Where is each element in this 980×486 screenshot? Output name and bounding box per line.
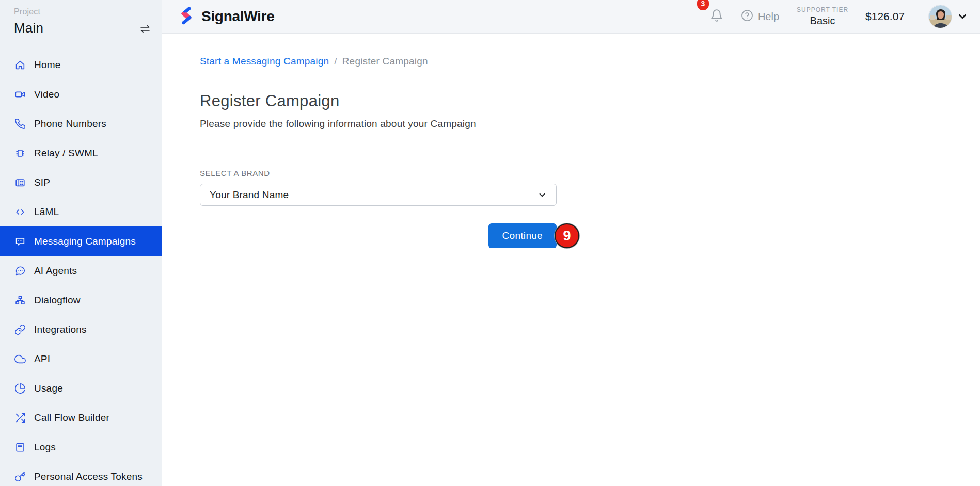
home-icon xyxy=(14,59,26,71)
sidebar-item-label: API xyxy=(34,353,50,365)
page-subtitle: Please provide the following information… xyxy=(200,118,980,129)
sidebar-item-video[interactable]: Video xyxy=(0,79,162,109)
project-label: Project xyxy=(14,7,43,17)
sidebar-item-logs[interactable]: Logs xyxy=(0,432,162,462)
sidebar-item-dialogflow[interactable]: Dialogflow xyxy=(0,285,162,315)
form-actions: Continue 9 xyxy=(200,223,557,248)
sidebar-item-laml[interactable]: LāML xyxy=(0,197,162,226)
account-balance[interactable]: $126.07 xyxy=(865,10,905,23)
support-tier: SUPPORT TIER Basic xyxy=(797,6,848,27)
support-tier-label: SUPPORT TIER xyxy=(797,6,848,13)
chat-bubble-icon xyxy=(14,235,26,248)
sidebar-item-label: Relay / SWML xyxy=(34,148,98,159)
sidebar-item-ai-agents[interactable]: AI Agents xyxy=(0,256,162,285)
sidebar-item-call-flow-builder[interactable]: Call Flow Builder xyxy=(0,403,162,432)
breadcrumb-separator: / xyxy=(334,56,337,67)
sidebar-item-home[interactable]: Home xyxy=(0,50,162,79)
phone-icon xyxy=(14,118,26,130)
sidebar-item-api[interactable]: API xyxy=(0,344,162,374)
help-circle-icon xyxy=(741,9,753,24)
sidebar-item-sip[interactable]: SIP xyxy=(0,168,162,197)
select-brand-label: SELECT A BRAND xyxy=(200,169,557,177)
sidebar-item-label: Usage xyxy=(34,383,63,394)
help-button[interactable]: Help xyxy=(741,9,779,24)
breadcrumb: Start a Messaging Campaign / Register Ca… xyxy=(200,56,980,67)
help-label: Help xyxy=(758,11,779,23)
breadcrumb-current: Register Campaign xyxy=(342,56,428,67)
cloud-icon xyxy=(14,353,26,365)
user-menu-chevron-icon[interactable] xyxy=(957,11,968,22)
sidebar-item-messaging-campaigns[interactable]: Messaging Campaigns xyxy=(0,226,162,256)
video-camera-icon xyxy=(14,88,26,101)
notifications-button[interactable]: 3 xyxy=(710,9,723,24)
sidebar-item-label: AI Agents xyxy=(34,265,77,277)
sidebar-item-phone-numbers[interactable]: Phone Numbers xyxy=(0,109,162,138)
chevron-down-icon xyxy=(538,190,547,200)
bell-icon xyxy=(710,15,723,24)
main-content: Start a Messaging Campaign / Register Ca… xyxy=(162,34,980,486)
page-title: Register Campaign xyxy=(200,92,980,110)
brand-logo: SignalWire xyxy=(178,6,274,27)
support-tier-value: Basic xyxy=(797,15,848,27)
code-icon xyxy=(14,206,26,218)
project-info: Project Main xyxy=(14,6,43,44)
sidebar-item-label: LāML xyxy=(34,206,59,218)
sidebar-item-label: Call Flow Builder xyxy=(34,412,109,424)
brand-name: SignalWire xyxy=(201,8,274,25)
top-bar: SignalWire 3 Help SUPPORT TIER Basic $12… xyxy=(162,0,980,34)
sidebar-item-label: Personal Access Tokens xyxy=(34,471,143,482)
register-campaign-form: SELECT A BRAND Your Brand Name Continue … xyxy=(200,169,557,248)
project-name: Main xyxy=(14,20,43,36)
sidebar-item-label: Messaging Campaigns xyxy=(34,236,136,247)
signalwire-mark-icon xyxy=(178,6,195,27)
pie-chart-icon xyxy=(14,382,26,395)
notification-count-badge: 3 xyxy=(697,0,709,10)
sidebar-item-label: Dialogflow xyxy=(34,295,81,306)
sidebar-item-integrations[interactable]: Integrations xyxy=(0,315,162,344)
fax-icon xyxy=(14,176,26,189)
brand-select[interactable]: Your Brand Name xyxy=(200,184,557,206)
sidebar: Project Main Home Video Phone Numb xyxy=(0,0,162,486)
chip-icon xyxy=(14,147,26,159)
sidebar-item-personal-access-tokens[interactable]: Personal Access Tokens xyxy=(0,462,162,486)
switch-project-icon[interactable] xyxy=(138,23,152,37)
topbar-right: 3 Help SUPPORT TIER Basic $126.07 xyxy=(710,5,968,28)
sidebar-item-label: Video xyxy=(34,89,59,100)
avatar[interactable] xyxy=(928,5,952,28)
ai-chat-icon xyxy=(14,265,26,277)
annotation-step-badge: 9 xyxy=(555,223,579,248)
book-icon xyxy=(14,441,26,453)
breadcrumb-link[interactable]: Start a Messaging Campaign xyxy=(200,56,329,67)
key-icon xyxy=(14,471,26,483)
link-icon xyxy=(14,323,26,336)
sidebar-item-usage[interactable]: Usage xyxy=(0,374,162,403)
sidebar-item-label: SIP xyxy=(34,177,50,188)
sidebar-nav: Home Video Phone Numbers Relay / SWML SI xyxy=(0,50,162,486)
sidebar-item-label: Phone Numbers xyxy=(34,118,106,129)
brand-select-value: Your Brand Name xyxy=(210,189,289,201)
sidebar-item-relay-swml[interactable]: Relay / SWML xyxy=(0,138,162,168)
sidebar-item-label: Home xyxy=(34,59,60,71)
shuffle-icon xyxy=(14,412,26,424)
project-switcher: Project Main xyxy=(0,0,162,50)
sidebar-item-label: Logs xyxy=(34,442,56,453)
sidebar-item-label: Integrations xyxy=(34,324,87,335)
continue-button[interactable]: Continue xyxy=(488,223,557,248)
org-tree-icon xyxy=(14,294,26,306)
